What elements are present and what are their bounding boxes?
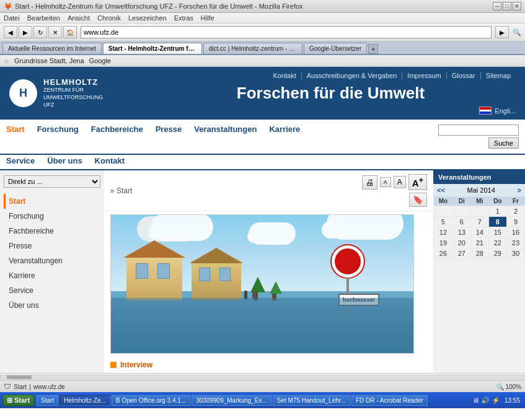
nav-kontakt[interactable]: Kontakt bbox=[95, 156, 125, 165]
back-button[interactable]: ◀ bbox=[4, 26, 17, 38]
top-nav-impressum[interactable]: Impressum bbox=[402, 72, 446, 79]
search-button[interactable]: Suche bbox=[488, 138, 519, 149]
top-nav-kontakt[interactable]: Kontakt bbox=[268, 72, 301, 79]
direkt-zu-dropdown[interactable]: Direkt zu ... bbox=[4, 175, 100, 188]
cal-day-23[interactable]: 23 bbox=[506, 238, 524, 248]
nav-forschung[interactable]: Forschung bbox=[37, 125, 79, 149]
menu-chronik[interactable]: Chronik bbox=[97, 14, 121, 22]
interview-link[interactable]: Interview bbox=[120, 361, 152, 369]
sidebar-item-forschung[interactable]: Forschung bbox=[4, 209, 100, 224]
cal-day-14[interactable]: 14 bbox=[470, 227, 488, 238]
home-button[interactable]: 🏠 bbox=[63, 26, 77, 38]
start-label: Start bbox=[14, 396, 30, 404]
top-nav-sitemap[interactable]: Sitemap bbox=[481, 72, 516, 79]
sidebar-item-ueberuns[interactable]: Über uns bbox=[4, 298, 100, 313]
nav-fachbereiche[interactable]: Fachbereiche bbox=[91, 125, 143, 149]
sidebar-item-fachbereiche[interactable]: Fachbereiche bbox=[4, 224, 100, 238]
cal-day-22[interactable]: 22 bbox=[488, 238, 506, 248]
menu-extras[interactable]: Extras bbox=[174, 14, 193, 22]
cal-day-12[interactable]: 12 bbox=[434, 227, 453, 238]
lang-label[interactable]: Engli... bbox=[495, 107, 516, 115]
maximize-button[interactable]: □ bbox=[503, 2, 511, 11]
menu-hilfe[interactable]: Hilfe bbox=[201, 14, 214, 22]
cal-day-20[interactable]: 20 bbox=[452, 238, 470, 248]
search-input[interactable] bbox=[438, 125, 519, 136]
cal-day-19[interactable]: 19 bbox=[434, 238, 453, 248]
cal-day-21[interactable]: 21 bbox=[470, 238, 488, 248]
tab-2[interactable]: Start - Helmholtz-Zentrum für Umweltfors… bbox=[103, 43, 202, 54]
cal-day-6[interactable]: 6 bbox=[452, 217, 470, 227]
menu-datei[interactable]: Datei bbox=[4, 14, 20, 22]
cal-day-15[interactable]: 15 bbox=[488, 227, 506, 238]
taskbar-item-helmholtz[interactable]: Helmholtz-Ze... bbox=[60, 395, 110, 406]
taskbar-item-openoffice[interactable]: B Open Office.org 3.4.1... bbox=[112, 395, 190, 406]
sidebar-item-start[interactable]: Start bbox=[4, 194, 100, 209]
top-nav-glossar[interactable]: Glossar bbox=[447, 72, 481, 79]
menu-bearbeiten[interactable]: Bearbeiten bbox=[27, 14, 60, 22]
minimize-button[interactable]: ─ bbox=[493, 2, 501, 11]
menu-ansicht[interactable]: Ansicht bbox=[68, 14, 90, 22]
cloud-2 bbox=[247, 230, 285, 243]
font-small-button[interactable]: A bbox=[380, 177, 391, 187]
horizontal-scrollbar[interactable] bbox=[0, 373, 525, 380]
taskbar-item-markung[interactable]: 30309909_Markung_Ex... bbox=[192, 395, 271, 406]
tab-1[interactable]: Aktuelle Ressourcen im Internet bbox=[2, 43, 102, 54]
cal-day-7[interactable]: 7 bbox=[470, 217, 488, 227]
cal-day-27[interactable]: 27 bbox=[452, 248, 470, 259]
stop-button[interactable]: ✕ bbox=[48, 26, 62, 38]
cal-day-26[interactable]: 26 bbox=[434, 248, 453, 259]
tray-network-icon: 🖥 bbox=[472, 396, 479, 404]
cal-day-1[interactable]: 1 bbox=[488, 206, 506, 217]
top-nav-ausschreibungen[interactable]: Ausschreibungen & Vergaben bbox=[302, 72, 403, 79]
nav-start[interactable]: Start bbox=[6, 125, 25, 149]
reload-button[interactable]: ↻ bbox=[33, 26, 47, 38]
tab-3[interactable]: dict.cc | Helmholtz-zentrum - Wörterb... bbox=[203, 43, 302, 54]
nav-karriere[interactable]: Karriere bbox=[269, 125, 300, 149]
taskbar-item-1[interactable]: Start bbox=[37, 395, 58, 406]
start-button[interactable]: ⊞ Start bbox=[2, 395, 34, 406]
window-controls[interactable]: ─ □ ✕ bbox=[493, 2, 521, 11]
cal-day-28[interactable]: 28 bbox=[470, 248, 488, 259]
main-content: » Start 🖨 A A A+ 🔖 bbox=[104, 170, 433, 373]
font-medium-button[interactable]: A bbox=[394, 176, 406, 188]
taskbar-clock: 13:55 bbox=[502, 397, 523, 404]
browser-title: Start - Helmholtz-Zentrum für Umweltfors… bbox=[15, 2, 303, 10]
taskbar-item-acrobat[interactable]: FD DR - Acrobat Reader bbox=[351, 395, 428, 406]
print-button[interactable]: 🖨 bbox=[362, 175, 377, 190]
nav-service[interactable]: Service bbox=[6, 156, 35, 165]
cal-day-29[interactable]: 29 bbox=[488, 248, 506, 259]
tab-2-label: Start - Helmholtz-Zentrum für Umweltfors… bbox=[108, 45, 202, 52]
gb-flag-icon bbox=[479, 107, 492, 115]
sidebar-item-karriere[interactable]: Karriere bbox=[4, 268, 100, 283]
forward-button[interactable]: ▶ bbox=[19, 26, 32, 38]
sidebar-item-service[interactable]: Service bbox=[4, 283, 100, 298]
font-large-button[interactable]: A+ bbox=[408, 174, 427, 190]
bookmark-grundrisse[interactable]: Grundrisse Stadt, Jena bbox=[14, 57, 84, 64]
status-bar: 🛡 Start | www.ufz.de 🔍 100% bbox=[0, 380, 525, 392]
taskbar-item-m75[interactable]: Set M75 Handout_Lehr... bbox=[273, 395, 350, 406]
sidebar-item-veranstaltungen[interactable]: Veranstaltungen bbox=[4, 253, 100, 268]
calendar-month-label: Mai 2014 bbox=[467, 186, 495, 194]
nav-veranstaltungen[interactable]: Veranstaltungen bbox=[194, 125, 257, 149]
cal-day-2[interactable]: 2 bbox=[506, 206, 524, 217]
address-bar[interactable]: www.ufz.de bbox=[81, 26, 492, 38]
new-tab-button[interactable]: + bbox=[368, 44, 378, 54]
bookmark-button[interactable]: 🔖 bbox=[409, 193, 427, 207]
tab-4[interactable]: Google-Übersetzer bbox=[304, 43, 367, 54]
close-button[interactable]: ✕ bbox=[513, 2, 521, 11]
calendar-next-button[interactable]: > bbox=[518, 186, 521, 194]
cal-day-9[interactable]: 9 bbox=[506, 217, 524, 227]
calendar-prev-button[interactable]: << bbox=[437, 186, 445, 194]
nav-ueberuns[interactable]: Über uns bbox=[47, 156, 82, 165]
cal-day-13[interactable]: 13 bbox=[452, 227, 470, 238]
nav-presse[interactable]: Presse bbox=[156, 125, 182, 149]
cal-day-30[interactable]: 30 bbox=[506, 248, 524, 259]
cal-day-8-today[interactable]: 8 bbox=[488, 217, 506, 227]
sidebar-item-presse[interactable]: Presse bbox=[4, 238, 100, 253]
scrollbar-thumb[interactable] bbox=[7, 375, 32, 379]
menu-lesezeichen[interactable]: Lesezeichen bbox=[128, 14, 167, 22]
cal-day-16[interactable]: 16 bbox=[506, 227, 524, 238]
go-button[interactable]: ▶ bbox=[495, 26, 509, 38]
bookmark-google[interactable]: Google bbox=[89, 57, 111, 64]
cal-day-5[interactable]: 5 bbox=[434, 217, 453, 227]
